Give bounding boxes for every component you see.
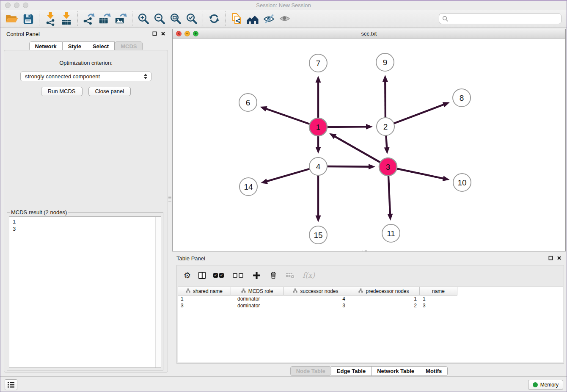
window-title: Session: New Session [256,2,311,8]
export-network-icon[interactable] [81,11,97,27]
control-panel-title: Control Panel [6,31,40,37]
cell-mcds-role[interactable]: dominator [231,303,284,309]
float-panel-icon[interactable] [548,256,553,260]
vertical-splitter-grip[interactable] [168,196,171,202]
node-label-10: 10 [457,178,466,187]
split-panel-icon[interactable] [198,272,206,279]
window-controls [5,3,28,8]
node-label-11: 11 [387,229,395,238]
cell-predecessor-nodes[interactable]: 2 [348,303,420,309]
column-header-label: shared name [193,288,223,294]
cell-shared-name[interactable]: 1 [178,296,231,302]
close-panel-icon[interactable] [161,31,165,36]
app-window: Session: New Session [0,0,567,392]
network-canvas[interactable]: 1234678910111415 [173,39,565,251]
zoom-fit-icon[interactable] [168,11,184,27]
deselect-all-checkboxes-icon[interactable] [233,273,245,278]
task-history-button[interactable] [5,379,17,390]
table-toolbar: ⚙ ✓✓ f(x) [177,265,564,285]
edge-arrowhead-2-3 [384,147,390,154]
node-label-2: 2 [383,122,388,131]
tab-network-table[interactable]: Network Table [372,366,420,376]
node-table-panel: ⚙ ✓✓ f(x) shared nameMCDS rolesuccessor … [176,265,564,364]
tab-motifs[interactable]: Motifs [420,366,448,376]
mcds-result-text[interactable]: 13 [9,216,161,368]
table-panel-header: Table Panel [172,253,566,263]
hierarchy-sort-icon [358,288,363,294]
function-builder-icon: f(x) [303,271,315,279]
refresh-view-icon[interactable] [206,11,222,27]
table-row[interactable]: 1dominator411 [178,295,563,302]
mcds-result-box: MCDS result (2 nodes) 13 [7,209,163,370]
edge-arrowhead-3-11 [387,214,393,221]
table-panel-tabs: Node TableEdge TableNetwork TableMotifs [172,366,566,376]
zoom-in-icon[interactable] [135,11,151,27]
close-panel-button[interactable]: Close panel [88,87,131,96]
cell-successor-nodes[interactable]: 4 [284,296,348,302]
cell-mcds-role[interactable]: dominator [231,296,284,302]
memory-button[interactable]: Memory [528,380,563,390]
column-header-mcds-role[interactable]: MCDS role [231,287,284,295]
node-label-6: 6 [246,98,250,107]
settings-gear-icon[interactable]: ⚙ [184,271,191,279]
minimize-window-icon[interactable] [14,3,19,8]
open-folder-icon[interactable] [4,11,20,27]
column-header-name[interactable]: name [420,287,457,295]
mcds-result-legend: MCDS result (2 nodes) [10,209,68,215]
import-table-icon[interactable] [58,11,74,27]
criterion-dropdown[interactable]: strongly connected component [20,72,151,81]
edge-arrowhead-1-7 [316,76,321,83]
column-header-predecessor-nodes[interactable]: predecessor nodes [348,287,420,295]
edge-2-8[interactable] [385,105,444,127]
control-panel-header: Control Panel [2,29,170,39]
show-all-icon[interactable] [277,11,293,27]
node-label-15: 15 [314,231,322,240]
hide-selection-icon[interactable] [261,11,277,27]
table-row[interactable]: 3dominator323 [178,302,563,309]
cell-name[interactable]: 1 [420,296,457,302]
close-network-icon[interactable]: × [176,31,182,36]
minimize-network-icon[interactable]: − [184,31,190,36]
status-bar: Memory [0,376,567,392]
clone-network-icon[interactable] [228,11,245,27]
run-mcds-button[interactable]: Run MCDS [41,87,83,96]
select-all-checkboxes-icon[interactable]: ✓✓ [213,273,225,278]
result-scrollbar[interactable] [155,217,161,367]
import-network-icon[interactable] [42,11,58,27]
toolbar-separator [203,11,203,26]
maximize-network-icon[interactable]: + [193,31,198,36]
mcds-panel: Optimization criterion: strongly connect… [4,50,168,373]
network-home-icon[interactable] [245,11,261,27]
column-header-successor-nodes[interactable]: successor nodes [284,287,348,295]
save-session-icon[interactable] [20,11,36,27]
control-panel: Control Panel NetworkStyleSelectMCDS Opt… [2,29,170,375]
zoom-selected-icon[interactable] [184,11,200,27]
optimization-criterion-label: Optimization criterion: [4,60,168,66]
edge-arrowhead-4-3 [369,164,375,169]
cell-successor-nodes[interactable]: 3 [284,303,348,309]
float-panel-icon[interactable] [152,31,157,36]
export-image-icon[interactable] [113,11,129,27]
add-column-icon[interactable] [252,271,261,280]
tab-edge-table[interactable]: Edge Table [331,366,372,376]
export-table-icon[interactable] [97,11,113,27]
tab-node-table[interactable]: Node Table [290,366,331,376]
search-field[interactable] [439,13,561,24]
network-window-titlebar[interactable]: × − + scc.txt [173,29,565,39]
mcds-result-lines: 13 [13,218,157,232]
edge-arrowhead-2-9 [383,75,388,82]
zoom-window-icon[interactable] [23,3,28,8]
edge-arrowhead-1-4 [316,147,321,154]
close-panel-icon[interactable] [557,256,561,260]
toolbar-separator [132,11,132,26]
memory-status-dot [533,382,538,387]
column-header-shared-name[interactable]: shared name [178,287,231,295]
search-input[interactable] [451,15,558,22]
cell-shared-name[interactable]: 3 [178,303,231,309]
close-window-icon[interactable] [5,3,11,8]
cell-predecessor-nodes[interactable]: 1 [348,296,420,302]
cell-name[interactable]: 3 [420,303,457,309]
zoom-out-icon[interactable] [151,11,168,27]
delete-column-icon[interactable] [269,270,278,280]
horizontal-splitter-grip[interactable] [363,250,368,252]
